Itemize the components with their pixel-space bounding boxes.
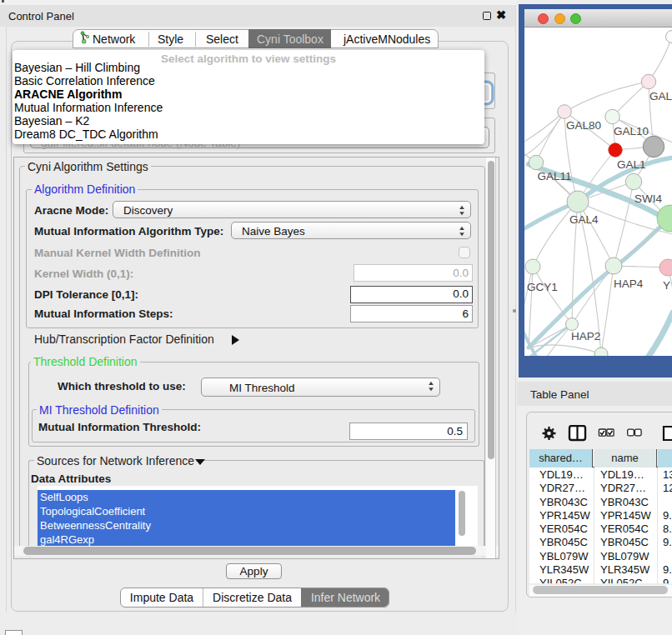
svg-text:GAL80: GAL80 (566, 119, 601, 132)
svg-text:HAP4: HAP4 (614, 278, 644, 290)
svg-text:GAL10: GAL10 (614, 125, 649, 138)
svg-text:GAL11: GAL11 (538, 170, 572, 182)
svg-text:GCY1: GCY1 (527, 281, 558, 293)
svg-text:GAL1: GAL1 (617, 158, 646, 171)
svg-text:GAL4: GAL4 (569, 213, 599, 226)
svg-text:GAL: GAL (649, 90, 672, 102)
svg-text:SWI4: SWI4 (634, 192, 662, 205)
svg-text:Y: Y (663, 279, 670, 292)
svg-text:HAP2: HAP2 (571, 330, 600, 342)
